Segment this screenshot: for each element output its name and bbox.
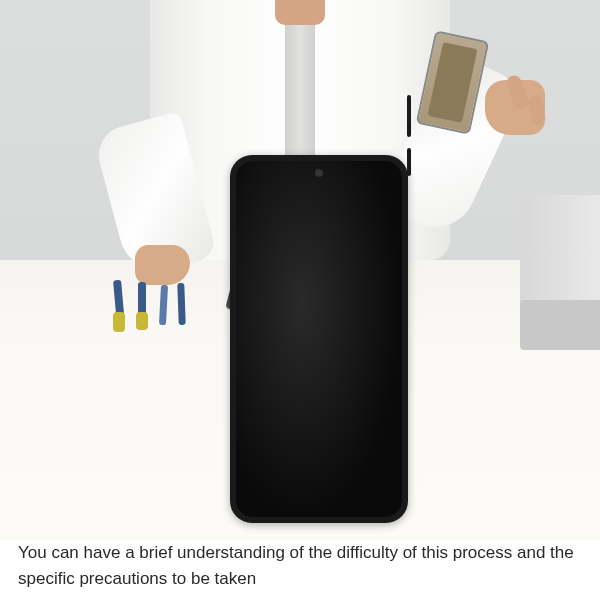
product-caption: You can have a brief understanding of th…	[18, 540, 578, 591]
phone-part-interior	[428, 42, 478, 123]
tool-handle	[113, 312, 125, 332]
product-scene: You can have a brief understanding of th…	[0, 0, 600, 600]
smartphone-product	[230, 155, 408, 523]
volume-button-icon	[407, 95, 411, 137]
front-camera-icon	[315, 169, 323, 177]
tool-handle	[136, 312, 148, 330]
neck	[275, 0, 325, 25]
phone-screen	[236, 161, 402, 517]
screwdriver-icon	[177, 283, 185, 325]
laptop-keyboard	[520, 300, 600, 350]
hand-left	[135, 245, 190, 285]
power-button-icon	[407, 148, 411, 176]
